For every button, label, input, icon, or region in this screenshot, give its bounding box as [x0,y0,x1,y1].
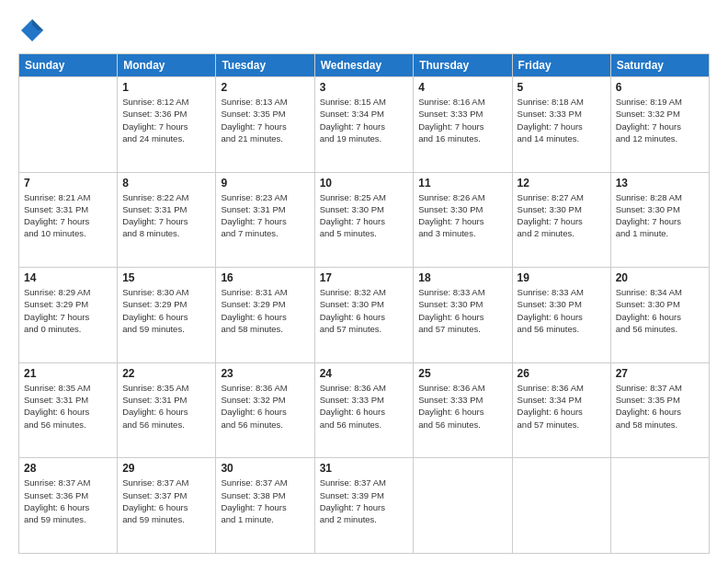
day-number: 17 [320,271,409,284]
day-number: 13 [616,177,704,190]
calendar-cell: 31Sunrise: 8:37 AMSunset: 3:39 PMDayligh… [314,458,414,554]
day-info: Sunrise: 8:27 AMSunset: 3:30 PMDaylight:… [518,191,606,240]
day-number: 23 [221,367,309,380]
week-row: 1Sunrise: 8:12 AMSunset: 3:36 PMDaylight… [19,77,710,173]
week-row: 28Sunrise: 8:37 AMSunset: 3:36 PMDayligh… [19,458,710,554]
day-number: 12 [518,177,606,190]
day-info: Sunrise: 8:36 AMSunset: 3:33 PMDaylight:… [320,382,409,431]
calendar-cell: 6Sunrise: 8:19 AMSunset: 3:32 PMDaylight… [610,77,709,173]
day-number: 24 [320,367,409,380]
day-info: Sunrise: 8:36 AMSunset: 3:32 PMDaylight:… [221,382,309,431]
day-number: 2 [221,81,309,94]
calendar-cell: 4Sunrise: 8:16 AMSunset: 3:33 PMDaylight… [414,77,512,173]
day-info: Sunrise: 8:35 AMSunset: 3:31 PMDaylight:… [122,382,210,431]
day-number: 4 [418,81,506,94]
day-number: 20 [616,271,704,284]
day-info: Sunrise: 8:33 AMSunset: 3:30 PMDaylight:… [518,286,606,335]
calendar-cell [19,77,118,173]
calendar-cell: 11Sunrise: 8:26 AMSunset: 3:30 PMDayligh… [414,172,512,268]
calendar-cell: 5Sunrise: 8:18 AMSunset: 3:33 PMDaylight… [512,77,610,173]
logo [18,17,50,44]
col-wednesday: Wednesday [314,54,414,77]
day-info: Sunrise: 8:31 AMSunset: 3:29 PMDaylight:… [221,286,309,335]
day-info: Sunrise: 8:21 AMSunset: 3:31 PMDaylight:… [24,191,112,240]
col-friday: Friday [512,54,610,77]
calendar-cell: 12Sunrise: 8:27 AMSunset: 3:30 PMDayligh… [512,172,610,268]
day-info: Sunrise: 8:16 AMSunset: 3:33 PMDaylight:… [418,96,506,144]
calendar-cell: 27Sunrise: 8:37 AMSunset: 3:35 PMDayligh… [610,362,709,458]
day-number: 5 [518,81,606,94]
week-row: 21Sunrise: 8:35 AMSunset: 3:31 PMDayligh… [19,362,710,458]
calendar-cell: 9Sunrise: 8:23 AMSunset: 3:31 PMDaylight… [216,172,314,268]
day-number: 31 [320,462,409,475]
calendar-cell: 1Sunrise: 8:12 AMSunset: 3:36 PMDaylight… [118,77,216,173]
day-info: Sunrise: 8:19 AMSunset: 3:32 PMDaylight:… [616,96,704,144]
calendar-cell: 10Sunrise: 8:25 AMSunset: 3:30 PMDayligh… [314,172,414,268]
day-info: Sunrise: 8:30 AMSunset: 3:29 PMDaylight:… [122,286,210,335]
day-number: 7 [24,177,112,190]
calendar-cell: 23Sunrise: 8:36 AMSunset: 3:32 PMDayligh… [216,362,314,458]
day-info: Sunrise: 8:26 AMSunset: 3:30 PMDaylight:… [418,191,506,240]
day-number: 14 [24,271,112,284]
page-header [18,17,710,44]
calendar-cell: 16Sunrise: 8:31 AMSunset: 3:29 PMDayligh… [216,268,314,363]
day-info: Sunrise: 8:32 AMSunset: 3:30 PMDaylight:… [320,286,409,335]
day-number: 30 [221,462,309,475]
calendar-cell: 19Sunrise: 8:33 AMSunset: 3:30 PMDayligh… [512,268,610,363]
day-number: 16 [221,271,309,284]
day-number: 10 [320,177,409,190]
day-number: 8 [122,177,210,190]
day-number: 1 [122,81,210,94]
calendar-cell: 24Sunrise: 8:36 AMSunset: 3:33 PMDayligh… [314,362,414,458]
calendar-cell: 22Sunrise: 8:35 AMSunset: 3:31 PMDayligh… [118,362,216,458]
calendar-cell [414,458,512,554]
calendar-cell: 21Sunrise: 8:35 AMSunset: 3:31 PMDayligh… [19,362,118,458]
calendar-cell: 2Sunrise: 8:13 AMSunset: 3:35 PMDaylight… [216,77,314,173]
day-number: 18 [418,271,506,284]
calendar-cell: 18Sunrise: 8:33 AMSunset: 3:30 PMDayligh… [414,268,512,363]
day-number: 26 [518,367,606,380]
day-number: 27 [616,367,704,380]
col-sunday: Sunday [19,54,118,77]
day-info: Sunrise: 8:15 AMSunset: 3:34 PMDaylight:… [320,96,409,144]
day-info: Sunrise: 8:37 AMSunset: 3:37 PMDaylight:… [122,477,210,525]
day-info: Sunrise: 8:12 AMSunset: 3:36 PMDaylight:… [122,96,210,144]
col-tuesday: Tuesday [216,54,314,77]
day-info: Sunrise: 8:37 AMSunset: 3:38 PMDaylight:… [221,477,309,525]
day-info: Sunrise: 8:36 AMSunset: 3:33 PMDaylight:… [418,382,506,431]
calendar-cell: 7Sunrise: 8:21 AMSunset: 3:31 PMDaylight… [19,172,118,268]
day-info: Sunrise: 8:18 AMSunset: 3:33 PMDaylight:… [518,96,606,144]
day-info: Sunrise: 8:36 AMSunset: 3:34 PMDaylight:… [518,382,606,431]
day-info: Sunrise: 8:29 AMSunset: 3:29 PMDaylight:… [24,286,112,335]
day-number: 28 [24,462,112,475]
calendar-table: Sunday Monday Tuesday Wednesday Thursday… [18,53,710,554]
col-monday: Monday [118,54,216,77]
col-thursday: Thursday [414,54,512,77]
day-info: Sunrise: 8:23 AMSunset: 3:31 PMDaylight:… [221,191,309,240]
day-number: 11 [418,177,506,190]
day-number: 15 [122,271,210,284]
calendar-cell: 13Sunrise: 8:28 AMSunset: 3:30 PMDayligh… [610,172,709,268]
col-saturday: Saturday [610,54,709,77]
day-info: Sunrise: 8:35 AMSunset: 3:31 PMDaylight:… [24,382,112,431]
day-number: 6 [616,81,704,94]
day-info: Sunrise: 8:37 AMSunset: 3:36 PMDaylight:… [24,477,112,525]
day-number: 9 [221,177,309,190]
day-info: Sunrise: 8:33 AMSunset: 3:30 PMDaylight:… [418,286,506,335]
week-row: 7Sunrise: 8:21 AMSunset: 3:31 PMDaylight… [19,172,710,268]
day-info: Sunrise: 8:37 AMSunset: 3:35 PMDaylight:… [616,382,704,431]
calendar-cell: 14Sunrise: 8:29 AMSunset: 3:29 PMDayligh… [19,268,118,363]
day-number: 21 [24,367,112,380]
calendar-cell: 17Sunrise: 8:32 AMSunset: 3:30 PMDayligh… [314,268,414,363]
calendar-header-row: Sunday Monday Tuesday Wednesday Thursday… [19,54,710,77]
calendar-cell [610,458,709,554]
day-info: Sunrise: 8:22 AMSunset: 3:31 PMDaylight:… [122,191,210,240]
calendar-cell: 8Sunrise: 8:22 AMSunset: 3:31 PMDaylight… [118,172,216,268]
calendar-cell: 30Sunrise: 8:37 AMSunset: 3:38 PMDayligh… [216,458,314,554]
day-number: 3 [320,81,409,94]
day-number: 19 [518,271,606,284]
day-info: Sunrise: 8:28 AMSunset: 3:30 PMDaylight:… [616,191,704,240]
day-number: 22 [122,367,210,380]
calendar-cell: 3Sunrise: 8:15 AMSunset: 3:34 PMDaylight… [314,77,414,173]
day-info: Sunrise: 8:13 AMSunset: 3:35 PMDaylight:… [221,96,309,144]
